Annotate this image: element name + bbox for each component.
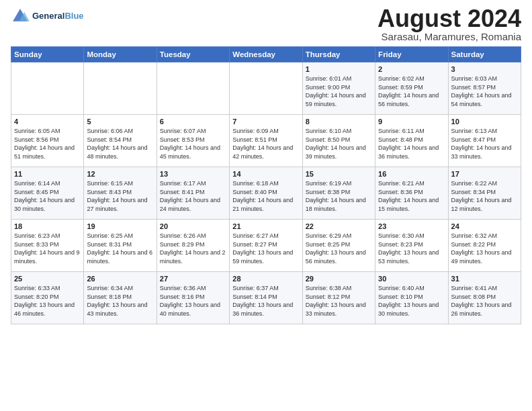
day-info: Sunrise: 6:27 AM Sunset: 8:27 PM Dayligh… (232, 232, 299, 265)
day-info: Sunrise: 6:36 AM Sunset: 8:16 PM Dayligh… (160, 284, 226, 318)
day-number: 26 (87, 275, 153, 283)
calendar-cell: 11Sunrise: 6:14 AM Sunset: 8:45 PM Dayli… (11, 167, 84, 220)
day-number: 1 (306, 65, 372, 73)
day-info: Sunrise: 6:41 AM Sunset: 8:08 PM Dayligh… (451, 284, 518, 318)
week-row-4: 18Sunrise: 6:23 AM Sunset: 8:33 PM Dayli… (11, 220, 521, 272)
day-number: 28 (232, 275, 299, 283)
logo-icon (11, 7, 30, 26)
day-number: 5 (87, 118, 153, 126)
day-info: Sunrise: 6:34 AM Sunset: 8:18 PM Dayligh… (87, 284, 153, 318)
week-row-2: 4Sunrise: 6:05 AM Sunset: 8:56 PM Daylig… (11, 115, 521, 167)
calendar-cell: 20Sunrise: 6:26 AM Sunset: 8:29 PM Dayli… (157, 220, 229, 272)
day-info: Sunrise: 6:02 AM Sunset: 8:59 PM Dayligh… (378, 75, 445, 108)
day-number: 21 (232, 222, 299, 230)
day-number: 9 (378, 118, 445, 126)
calendar-cell: 12Sunrise: 6:15 AM Sunset: 8:43 PM Dayli… (84, 167, 157, 220)
day-number: 8 (306, 118, 372, 126)
day-number: 29 (306, 275, 372, 283)
calendar-cell: 17Sunrise: 6:22 AM Sunset: 8:34 PM Dayli… (448, 167, 521, 220)
calendar-cell: 8Sunrise: 6:10 AM Sunset: 8:50 PM Daylig… (302, 115, 375, 167)
day-number: 16 (378, 170, 445, 178)
day-number: 23 (378, 222, 445, 230)
day-number: 15 (306, 170, 372, 178)
day-info: Sunrise: 6:30 AM Sunset: 8:23 PM Dayligh… (378, 232, 445, 265)
calendar-subtitle: Sarasau, Maramures, Romania (378, 31, 521, 42)
calendar-cell: 19Sunrise: 6:25 AM Sunset: 8:31 PM Dayli… (84, 220, 157, 272)
day-number: 20 (160, 222, 226, 230)
day-number: 7 (232, 118, 299, 126)
calendar-title: August 2024 (378, 7, 521, 31)
day-number: 6 (160, 118, 226, 126)
day-number: 30 (378, 275, 445, 283)
day-number: 3 (451, 65, 518, 73)
calendar-cell: 14Sunrise: 6:18 AM Sunset: 8:40 PM Dayli… (230, 167, 302, 220)
day-info: Sunrise: 6:03 AM Sunset: 8:57 PM Dayligh… (451, 75, 518, 108)
day-info: Sunrise: 6:07 AM Sunset: 8:53 PM Dayligh… (160, 127, 226, 161)
day-number: 14 (232, 170, 299, 178)
day-number: 13 (160, 170, 226, 178)
day-info: Sunrise: 6:18 AM Sunset: 8:40 PM Dayligh… (232, 179, 299, 213)
day-info: Sunrise: 6:25 AM Sunset: 8:31 PM Dayligh… (87, 232, 153, 265)
calendar-cell (230, 62, 302, 115)
calendar-cell: 15Sunrise: 6:19 AM Sunset: 8:38 PM Dayli… (302, 167, 375, 220)
day-info: Sunrise: 6:21 AM Sunset: 8:36 PM Dayligh… (378, 179, 445, 213)
day-info: Sunrise: 6:09 AM Sunset: 8:51 PM Dayligh… (232, 127, 299, 161)
page-container: GeneralBlue August 2024 Sarasau, Maramur… (0, 0, 532, 328)
calendar-cell: 23Sunrise: 6:30 AM Sunset: 8:23 PM Dayli… (375, 220, 448, 272)
day-number: 19 (87, 222, 153, 230)
calendar-cell: 10Sunrise: 6:13 AM Sunset: 8:47 PM Dayli… (448, 115, 521, 167)
day-info: Sunrise: 6:10 AM Sunset: 8:50 PM Dayligh… (306, 127, 372, 161)
day-header-thursday: Thursday (302, 47, 375, 62)
calendar-cell: 1Sunrise: 6:01 AM Sunset: 9:00 PM Daylig… (302, 62, 375, 115)
day-header-friday: Friday (375, 47, 448, 62)
day-info: Sunrise: 6:23 AM Sunset: 8:33 PM Dayligh… (14, 232, 81, 265)
logo-text: GeneralBlue (32, 11, 84, 21)
day-info: Sunrise: 6:38 AM Sunset: 8:12 PM Dayligh… (306, 284, 372, 318)
day-header-wednesday: Wednesday (230, 47, 302, 62)
header: GeneralBlue August 2024 Sarasau, Maramur… (11, 7, 521, 42)
day-info: Sunrise: 6:40 AM Sunset: 8:10 PM Dayligh… (378, 284, 445, 318)
day-number: 24 (451, 222, 518, 230)
day-info: Sunrise: 6:33 AM Sunset: 8:20 PM Dayligh… (14, 284, 81, 318)
day-info: Sunrise: 6:06 AM Sunset: 8:54 PM Dayligh… (87, 127, 153, 161)
day-info: Sunrise: 6:17 AM Sunset: 8:41 PM Dayligh… (160, 179, 226, 213)
day-info: Sunrise: 6:13 AM Sunset: 8:47 PM Dayligh… (451, 127, 518, 161)
day-info: Sunrise: 6:26 AM Sunset: 8:29 PM Dayligh… (160, 232, 226, 265)
calendar-cell: 9Sunrise: 6:11 AM Sunset: 8:48 PM Daylig… (375, 115, 448, 167)
day-number: 22 (306, 222, 372, 230)
calendar-cell: 29Sunrise: 6:38 AM Sunset: 8:12 PM Dayli… (302, 272, 375, 324)
day-header-sunday: Sunday (11, 47, 84, 62)
week-row-3: 11Sunrise: 6:14 AM Sunset: 8:45 PM Dayli… (11, 167, 521, 220)
day-number: 18 (14, 222, 81, 230)
day-header-saturday: Saturday (448, 47, 521, 62)
day-number: 4 (14, 118, 81, 126)
day-header-monday: Monday (84, 47, 157, 62)
day-info: Sunrise: 6:19 AM Sunset: 8:38 PM Dayligh… (306, 179, 372, 213)
day-number: 12 (87, 170, 153, 178)
calendar-cell: 16Sunrise: 6:21 AM Sunset: 8:36 PM Dayli… (375, 167, 448, 220)
calendar-cell: 28Sunrise: 6:37 AM Sunset: 8:14 PM Dayli… (230, 272, 302, 324)
calendar-cell: 30Sunrise: 6:40 AM Sunset: 8:10 PM Dayli… (375, 272, 448, 324)
day-number: 10 (451, 118, 518, 126)
day-info: Sunrise: 6:14 AM Sunset: 8:45 PM Dayligh… (14, 179, 81, 213)
calendar-cell: 27Sunrise: 6:36 AM Sunset: 8:16 PM Dayli… (157, 272, 229, 324)
calendar-cell (11, 62, 84, 115)
calendar-cell: 6Sunrise: 6:07 AM Sunset: 8:53 PM Daylig… (157, 115, 229, 167)
calendar-cell (84, 62, 157, 115)
logo: GeneralBlue (11, 7, 84, 26)
day-number: 25 (14, 275, 81, 283)
day-info: Sunrise: 6:15 AM Sunset: 8:43 PM Dayligh… (87, 179, 153, 213)
day-info: Sunrise: 6:05 AM Sunset: 8:56 PM Dayligh… (14, 127, 81, 161)
calendar-cell: 26Sunrise: 6:34 AM Sunset: 8:18 PM Dayli… (84, 272, 157, 324)
day-number: 11 (14, 170, 81, 178)
week-row-5: 25Sunrise: 6:33 AM Sunset: 8:20 PM Dayli… (11, 272, 521, 324)
calendar-cell: 21Sunrise: 6:27 AM Sunset: 8:27 PM Dayli… (230, 220, 302, 272)
day-info: Sunrise: 6:22 AM Sunset: 8:34 PM Dayligh… (451, 179, 518, 213)
week-row-1: 1Sunrise: 6:01 AM Sunset: 9:00 PM Daylig… (11, 62, 521, 115)
day-info: Sunrise: 6:37 AM Sunset: 8:14 PM Dayligh… (232, 284, 299, 318)
calendar-cell: 2Sunrise: 6:02 AM Sunset: 8:59 PM Daylig… (375, 62, 448, 115)
calendar-cell: 4Sunrise: 6:05 AM Sunset: 8:56 PM Daylig… (11, 115, 84, 167)
calendar-cell: 22Sunrise: 6:29 AM Sunset: 8:25 PM Dayli… (302, 220, 375, 272)
day-number: 27 (160, 275, 226, 283)
calendar-cell: 13Sunrise: 6:17 AM Sunset: 8:41 PM Dayli… (157, 167, 229, 220)
